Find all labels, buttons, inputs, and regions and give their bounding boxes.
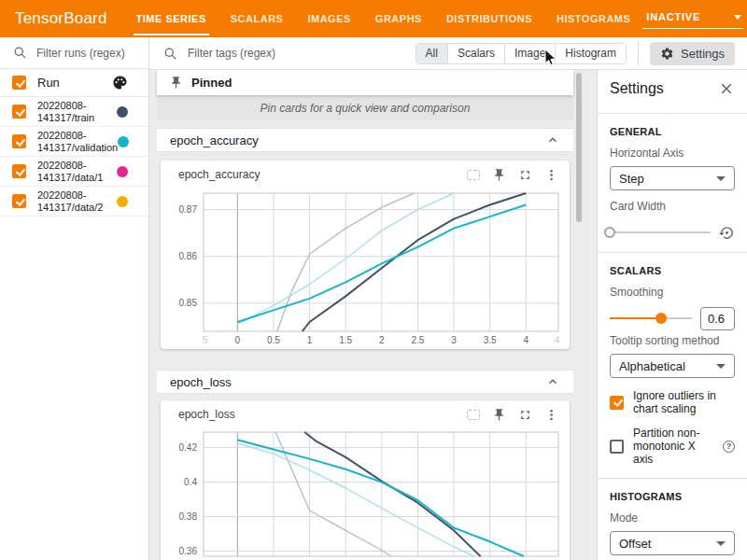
card-epoch-accuracy: epoch_accuracy 0.850.860.87500.511.522.5… [161,161,570,349]
close-icon[interactable] [718,80,735,97]
horizontal-axis-value: Step [619,172,644,186]
pin-hint-strip: Pin cards for a quick view and compariso… [157,95,573,120]
select-all-runs-checkbox[interactable] [12,76,26,90]
svg-text:0.85: 0.85 [179,298,198,308]
svg-text:4: 4 [555,335,560,345]
ignore-outliers-checkbox[interactable] [610,396,624,410]
run-color-dot[interactable] [117,196,128,207]
card-title: epoch_loss [178,408,467,421]
filter-runs-row [0,37,148,69]
tooltip-sorting-select[interactable]: Alphabetical [610,354,735,378]
tab-histograms[interactable]: HISTOGRAMS [544,0,642,37]
palette-icon[interactable] [112,75,128,91]
filter-chip-histogram[interactable]: Histogram [556,44,626,63]
chevron-down-icon [716,364,726,369]
filter-chip-scalars[interactable]: Scalars [448,44,505,63]
histogram-mode-select[interactable]: Offset [610,531,735,555]
chevron-up-icon[interactable] [545,374,560,389]
section-header-epoch-loss[interactable]: epoch_loss [157,370,573,394]
slider-knob[interactable] [655,313,667,324]
chevron-down-icon [734,15,741,20]
run-label-line2: 141317/validation [37,142,118,153]
svg-text:3: 3 [451,335,457,345]
search-icon [13,46,27,60]
fit-to-domain-icon[interactable] [467,410,480,420]
pinned-title: Pinned [191,76,232,90]
section-title: epoch_loss [170,375,232,389]
chevron-down-icon [716,541,726,546]
tab-scalars[interactable]: SCALARS [218,0,296,37]
tab-graphs[interactable]: GRAPHS [363,0,434,37]
tab-images[interactable]: IMAGES [295,0,362,37]
run-label-line2: 141317/data/2 [37,202,103,213]
tab-time-series[interactable]: TIME SERIES [124,0,218,37]
svg-text:4: 4 [523,335,529,345]
tab-distributions[interactable]: DISTRIBUTIONS [434,0,544,37]
pin-icon [169,76,183,90]
card-epoch-loss: epoch_loss 0.420.40.380.36 [161,400,570,560]
main-nav: TIME SERIES SCALARS IMAGES GRAPHS DISTRI… [124,0,643,37]
tags-toolbar: All Scalars Image Histogram Settings [149,37,747,70]
partition-x-checkbox[interactable] [610,440,624,454]
svg-text:2.5: 2.5 [411,335,424,345]
smoothing-slider[interactable] [610,317,692,319]
filter-chip-all[interactable]: All [416,44,448,63]
run-checkbox[interactable] [12,105,26,119]
cards-scroll-area[interactable]: Pinned Pin cards for a quick view and co… [149,70,597,560]
run-checkbox[interactable] [12,194,26,208]
content-region: All Scalars Image Histogram Settings Pin… [149,37,747,560]
filter-tags-input[interactable] [186,46,290,61]
reset-icon[interactable] [719,225,735,241]
help-icon[interactable]: ? [723,441,735,453]
pin-card-icon[interactable] [492,408,506,422]
card-header: epoch_loss [161,400,570,428]
more-options-icon[interactable] [544,408,558,422]
run-row-train[interactable]: 20220808- 141317/train [0,97,148,127]
svg-text:0: 0 [235,335,241,345]
filter-chip-image[interactable]: Image [505,44,556,63]
section-header-epoch-accuracy[interactable]: epoch_accuracy [157,128,573,152]
card-width-slider[interactable] [610,231,711,233]
run-row-validation[interactable]: 20220808- 141317/validation [0,127,148,157]
svg-text:0.4: 0.4 [184,477,197,487]
svg-text:1: 1 [307,335,313,345]
run-color-dot[interactable] [117,166,128,177]
fullscreen-icon[interactable] [518,408,532,422]
more-options-icon[interactable] [544,168,558,182]
settings-button[interactable]: Settings [650,42,735,65]
fit-to-domain-icon[interactable] [467,170,480,180]
horizontal-axis-label: Horizontal Axis [610,147,735,160]
run-row-data-2[interactable]: 20220808- 141317/data/2 [0,187,148,217]
chevron-up-icon[interactable] [545,133,560,147]
scalars-heading: SCALARS [610,265,735,276]
svg-text:0.38: 0.38 [179,511,198,522]
epoch-loss-chart[interactable]: 0.420.40.380.36 [161,428,570,560]
card-header: epoch_accuracy [161,161,570,189]
filter-tags-row [163,46,416,61]
epoch-accuracy-chart[interactable]: 0.850.860.87500.511.522.533.544 [161,189,570,349]
run-row-data-1[interactable]: 20220808- 141317/data/1 [0,157,148,187]
pin-card-icon[interactable] [492,168,506,182]
ignore-outliers-label: Ignore outliers in chart scaling [633,389,735,415]
run-status-value: INACTIVE [646,11,700,22]
run-label-line1: 20220808- [37,160,87,171]
fullscreen-icon[interactable] [518,168,532,182]
slider-knob[interactable] [604,227,615,238]
horizontal-axis-select[interactable]: Step [610,166,735,190]
svg-text:0.87: 0.87 [179,204,198,215]
svg-text:1.5: 1.5 [339,335,352,345]
main-scrollbar[interactable] [576,73,582,222]
run-status-select[interactable]: INACTIVE [642,8,743,29]
smoothing-value-input[interactable]: 0.6 [700,307,735,330]
pin-hint-text: Pin cards for a quick view and compariso… [261,102,471,115]
tensorboard-logo: TensorBoard [0,0,124,37]
settings-panel-title: Settings [610,80,718,97]
svg-text:0.5: 0.5 [267,335,280,345]
run-checkbox[interactable] [12,134,26,148]
run-label-line1: 20220808- [37,130,87,141]
run-checkbox[interactable] [12,164,26,178]
filter-runs-input[interactable] [35,46,139,61]
run-color-dot[interactable] [118,136,129,147]
run-color-dot[interactable] [117,106,128,118]
card-title: epoch_accuracy [178,168,467,181]
